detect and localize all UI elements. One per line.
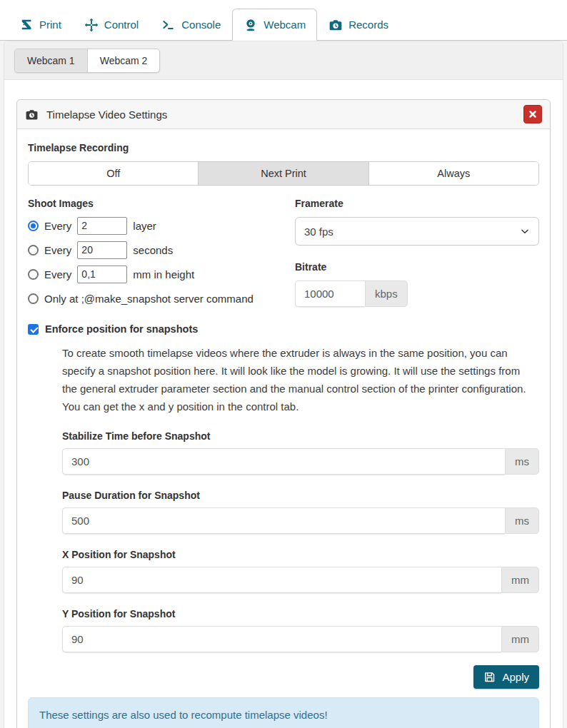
apply-label: Apply <box>502 671 529 683</box>
shoot-option-layer: Every layer <box>28 215 279 236</box>
field-label: Y Position for Snapshot <box>62 608 539 620</box>
seconds-interval-input[interactable] <box>77 241 127 259</box>
field-label: Stabilize Time before Snapshot <box>62 430 539 442</box>
print-nozzle-icon <box>20 18 34 31</box>
option-prefix: Every <box>44 268 71 280</box>
close-x-icon <box>528 110 537 118</box>
option-prefix: Every <box>44 220 71 232</box>
framerate-select[interactable]: 30 fps <box>295 217 539 246</box>
recording-mode-group: Off Next Print Always <box>28 161 539 186</box>
option-suffix: layer <box>133 220 156 232</box>
bitrate-group: kbps <box>295 280 408 307</box>
panel-body: Timelapse Recording Off Next Print Alway… <box>17 129 550 728</box>
timelapse-settings-panel: Timelapse Video Settings Timelapse Recor… <box>16 99 551 728</box>
webcam-selector-group: Webcam 1 Webcam 2 <box>14 49 160 73</box>
recording-off-button[interactable]: Off <box>29 162 198 185</box>
terminal-prompt-icon <box>161 18 176 32</box>
x-position-input[interactable] <box>62 567 501 593</box>
tab-label: Print <box>39 19 61 31</box>
timelapse-recording-label: Timelapse Recording <box>28 142 539 153</box>
radio-every-layer[interactable] <box>28 221 39 231</box>
tab-console[interactable]: Console <box>150 9 232 41</box>
main-tab-bar: Print Control Console Webcam <box>0 0 567 41</box>
info-alert: These settings are also used to recomput… <box>28 697 539 728</box>
y-position-field: Y Position for Snapshot mm <box>62 608 539 652</box>
shoot-images-section: Shoot Images Every layer Every seconds <box>28 198 279 309</box>
apply-button[interactable]: Apply <box>473 665 539 689</box>
webcam-2-button[interactable]: Webcam 2 <box>88 49 160 72</box>
framerate-label: Framerate <box>295 198 539 209</box>
enforce-position-checkbox[interactable] <box>28 324 39 335</box>
webcam-tab-content: Webcam 1 Webcam 2 Timelapse Video Settin… <box>4 41 563 728</box>
close-panel-button[interactable] <box>523 105 542 123</box>
chevron-down-icon <box>520 226 530 236</box>
option-suffix: seconds <box>133 244 173 256</box>
save-floppy-icon <box>483 671 496 683</box>
camera-clock-icon <box>25 108 39 121</box>
recording-next-print-button[interactable]: Next Print <box>198 162 368 185</box>
radio-every-seconds[interactable] <box>28 245 39 256</box>
pause-duration-field: Pause Duration for Snapshot ms <box>62 490 539 534</box>
shoot-option-seconds: Every seconds <box>28 239 279 261</box>
y-position-input[interactable] <box>62 626 501 652</box>
enforce-position-description: To create smooth timelapse videos where … <box>62 344 533 415</box>
tab-control[interactable]: Control <box>73 9 150 41</box>
tab-webcam[interactable]: Webcam <box>232 9 317 41</box>
framerate-value: 30 fps <box>304 226 333 238</box>
recording-always-button[interactable]: Always <box>368 162 538 185</box>
bitrate-unit: kbps <box>365 280 408 307</box>
enforce-position-row: Enforce position for snapshots <box>28 323 539 335</box>
shoot-images-label: Shoot Images <box>28 198 279 209</box>
layer-interval-input[interactable] <box>77 217 127 235</box>
apply-row: Apply <box>28 665 539 689</box>
webcam-content-area: Timelapse Video Settings Timelapse Recor… <box>4 80 563 728</box>
encoding-section: Framerate 30 fps Bitrate <box>295 198 539 309</box>
field-label: X Position for Snapshot <box>62 549 539 560</box>
tab-label: Webcam <box>264 19 306 31</box>
radio-snapshot-command[interactable] <box>28 293 39 304</box>
camera-clock-icon <box>328 18 343 32</box>
panel-title: Timelapse Video Settings <box>46 108 167 121</box>
stabilize-time-input[interactable] <box>62 448 505 475</box>
radio-every-mm[interactable] <box>28 269 39 280</box>
field-unit: mm <box>501 567 539 593</box>
option-suffix: mm in height <box>133 268 194 280</box>
move-arrows-icon <box>84 18 99 32</box>
option-prefix: Every <box>44 244 71 256</box>
bitrate-label: Bitrate <box>295 261 539 273</box>
field-unit: ms <box>505 507 539 534</box>
field-unit: ms <box>505 448 539 475</box>
tab-label: Control <box>104 19 139 31</box>
shoot-option-height: Every mm in height <box>28 263 279 285</box>
stabilize-time-field: Stabilize Time before Snapshot ms <box>62 430 539 475</box>
height-interval-input[interactable] <box>77 266 127 283</box>
field-label: Pause Duration for Snapshot <box>62 490 539 501</box>
webcam-subnav: Webcam 1 Webcam 2 <box>4 41 563 80</box>
tab-label: Console <box>181 19 221 31</box>
shoot-option-command: Only at ;@make_snapshot server command <box>28 288 279 309</box>
enforce-position-details: To create smooth timelapse videos where … <box>62 344 539 652</box>
webcam-1-button[interactable]: Webcam 1 <box>15 49 88 72</box>
webcam-icon <box>244 18 258 32</box>
pause-duration-input[interactable] <box>62 507 505 534</box>
x-position-field: X Position for Snapshot mm <box>62 549 539 593</box>
field-unit: mm <box>501 626 539 652</box>
enforce-position-label: Enforce position for snapshots <box>45 323 198 335</box>
panel-header: Timelapse Video Settings <box>17 100 550 129</box>
bitrate-input[interactable] <box>295 280 365 307</box>
option-label: Only at ;@make_snapshot server command <box>44 293 254 305</box>
tab-label: Records <box>348 19 388 31</box>
tab-print[interactable]: Print <box>9 9 73 41</box>
tab-records[interactable]: Records <box>317 9 400 41</box>
